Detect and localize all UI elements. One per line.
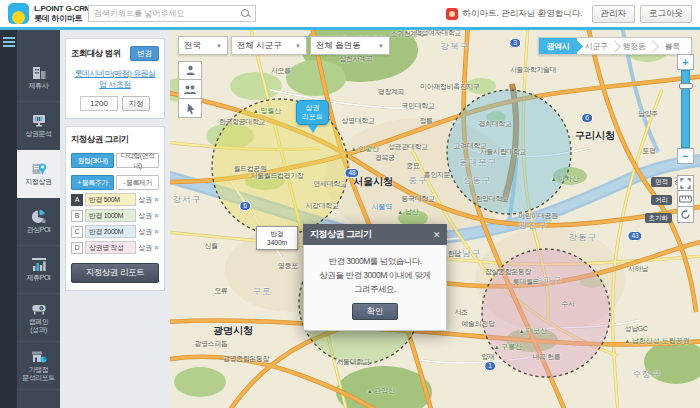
pin-label[interactable]: 상권 리포트 bbox=[296, 100, 329, 125]
zone-row-c: C 반경 2000M 상권 × bbox=[71, 225, 159, 238]
polygon-mode-button[interactable]: 다각형(면적내) bbox=[116, 153, 159, 168]
collapse-rail bbox=[0, 30, 17, 408]
radius-measure-tooltip: 반경 3400m bbox=[256, 226, 298, 250]
map-pin-icon bbox=[31, 161, 47, 176]
distance-tool-button[interactable] bbox=[677, 191, 694, 207]
sidebar-item-label: 가맹점 분석리포트 bbox=[22, 366, 55, 382]
extent-tool-button[interactable] bbox=[677, 175, 694, 191]
top-header: L.POINT G-CRM 롯데 하이마트 하이마트. 관리자님 환영합니다. … bbox=[0, 0, 700, 27]
draw-card-title: 지정상권 그리기 bbox=[71, 134, 129, 146]
map-base-art bbox=[170, 30, 700, 408]
app-logo: L.POINT G-CRM 롯데 하이마트 bbox=[8, 3, 91, 24]
chevron-down-icon: ▼ bbox=[295, 43, 301, 49]
sidebar-item-campaign[interactable]: 캠페인 (성과) bbox=[17, 294, 60, 342]
zoom-slider-handle[interactable] bbox=[679, 83, 693, 89]
zone-key: A bbox=[71, 194, 83, 206]
zone-value-input[interactable]: 반경 2000M bbox=[85, 225, 136, 238]
lpoint-logo-icon bbox=[8, 3, 29, 24]
zone-value-input[interactable]: 반경 1000M bbox=[85, 209, 136, 222]
zoom-in-button[interactable]: + bbox=[677, 54, 694, 70]
zone-value-input[interactable]: 반경 500M bbox=[85, 193, 136, 206]
app-window: L.POINT G-CRM 롯데 하이마트 하이마트. 관리자님 환영합니다. … bbox=[0, 0, 700, 408]
dong-select[interactable]: 전체 읍면동▼ bbox=[310, 36, 390, 55]
region-filters: 전국▼ 전체 시군구▼ 전체 읍면동▼ bbox=[178, 36, 390, 55]
sidebar-item-partner-poi[interactable]: 제휴POI bbox=[17, 246, 60, 294]
zone-value-input[interactable]: 상권명 작성 bbox=[85, 241, 136, 254]
person-icon bbox=[184, 64, 197, 77]
sidebar-item-store-report[interactable]: 가맹점 분석리포트 bbox=[17, 342, 60, 390]
zone-delete-icon[interactable]: × bbox=[154, 244, 159, 252]
search-input[interactable] bbox=[94, 9, 241, 18]
zone-delete-icon[interactable]: × bbox=[154, 228, 159, 236]
people-icon bbox=[183, 83, 197, 96]
group-tool-button[interactable] bbox=[178, 80, 202, 99]
store-link[interactable]: 롯데시네마(매점) 유원실업 서초점 bbox=[71, 68, 159, 90]
zone-key: B bbox=[71, 210, 83, 222]
hamburger-menu-icon[interactable] bbox=[3, 37, 15, 47]
dialog-message: 반경 3000M를 넘었습니다. 상권을 반경 3000M 이내에 맞게 그려주… bbox=[307, 254, 443, 296]
scope-card-title: 조회대상 범위 bbox=[71, 48, 121, 60]
zoom-slider-track[interactable] bbox=[681, 70, 690, 148]
zone-suffix: 상권 bbox=[138, 211, 152, 221]
ruler-icon bbox=[679, 194, 692, 204]
single-person-tool-button[interactable] bbox=[178, 61, 202, 80]
logo-text: L.POINT G-CRM 롯데 하이마트 bbox=[34, 4, 91, 23]
zone-key: C bbox=[71, 226, 83, 238]
sidebar-item-label: 제휴사 bbox=[29, 82, 49, 90]
reset-tool-button[interactable] bbox=[677, 207, 694, 223]
map-zoom-control: + − bbox=[677, 54, 694, 164]
main-sidebar: 제휴사 상권분석 지정상권 관심POI 제휴POI 캠페인 (성과) 가맹점 분… bbox=[17, 30, 60, 408]
confirm-button[interactable]: 확인 bbox=[352, 303, 398, 320]
zone-delete-icon[interactable]: × bbox=[154, 196, 159, 204]
extent-icon bbox=[680, 178, 691, 189]
zone-row-b: B 반경 1000M 상권 × bbox=[71, 209, 159, 222]
zoom-level-breadcrumb: 광역시 시군구 행정동 블록 bbox=[538, 37, 692, 55]
select-tool-button[interactable] bbox=[178, 99, 202, 118]
area-tooltip: 면적 bbox=[651, 177, 672, 187]
global-search[interactable] bbox=[88, 5, 256, 22]
assign-button[interactable]: 지정 bbox=[122, 96, 150, 111]
reset-tooltip: 초기화 bbox=[645, 213, 673, 223]
chevron-down-icon: ▼ bbox=[216, 43, 222, 49]
bar-chart-icon bbox=[31, 257, 47, 272]
zone-key: D bbox=[71, 242, 83, 254]
header-accent-strip bbox=[0, 27, 700, 30]
map-canvas[interactable]: 서울시청구리시청광명시청강북구동대문구성동구중구강남구송파구광진구강동구수정구강… bbox=[170, 30, 700, 408]
logout-button[interactable]: 로그아웃 bbox=[640, 5, 692, 23]
sidebar-item-interest-poi[interactable]: 관심POI bbox=[17, 198, 60, 246]
zone-suffix: 상권 bbox=[138, 195, 152, 205]
warning-dialog: 지정상권 그리기 ✕ 반경 3000M를 넘었습니다. 상권을 반경 3000M… bbox=[303, 224, 447, 331]
header-right: 하이마트. 관리자님 환영합니다. 관리자 로그아웃 bbox=[446, 0, 692, 27]
trade-area-report-pin[interactable]: 상권 리포트 bbox=[296, 100, 329, 133]
pointer-icon bbox=[184, 102, 197, 115]
map-right-toolbar bbox=[677, 175, 694, 223]
himart-badge-icon bbox=[446, 8, 458, 20]
add-block-button[interactable]: + 블록추가 bbox=[71, 175, 114, 190]
province-select[interactable]: 전국▼ bbox=[178, 36, 228, 55]
search-icon[interactable] bbox=[241, 9, 250, 18]
change-button[interactable]: 변경 bbox=[130, 46, 159, 61]
zoom-out-button[interactable]: − bbox=[677, 148, 694, 164]
sidebar-item-label: 관심POI bbox=[27, 226, 51, 234]
close-icon[interactable]: ✕ bbox=[433, 230, 440, 240]
district-select[interactable]: 전체 시군구▼ bbox=[231, 36, 307, 55]
sidebar-item-designated-trade-area[interactable]: 지정상권 bbox=[17, 150, 60, 198]
circle-mode-button[interactable]: 원형(3K내) bbox=[71, 153, 114, 168]
pin-tail bbox=[308, 125, 318, 133]
admin-button[interactable]: 관리자 bbox=[592, 5, 636, 23]
radius-input[interactable] bbox=[80, 96, 118, 111]
crumb-metro[interactable]: 광역시 bbox=[539, 38, 577, 54]
zone-row-d: D 상권명 작성 상권 × bbox=[71, 241, 159, 254]
chevron-down-icon: ▼ bbox=[378, 43, 384, 49]
reset-icon bbox=[680, 209, 691, 220]
pie-chart-icon bbox=[31, 209, 47, 224]
sidebar-item-label: 제휴POI bbox=[27, 274, 51, 282]
sidebar-item-trade-area-analysis[interactable]: 상권분석 bbox=[17, 102, 60, 150]
sidebar-item-label: 캠페인 (성과) bbox=[29, 318, 49, 334]
trade-area-report-button[interactable]: 지정상권 리포트 bbox=[71, 263, 159, 283]
zone-delete-icon[interactable]: × bbox=[154, 212, 159, 220]
sidebar-item-label: 상권분석 bbox=[26, 130, 52, 138]
remove-block-button[interactable]: - 블록제거 bbox=[116, 175, 159, 190]
sidebar-item-partners[interactable]: 제휴사 bbox=[17, 54, 60, 102]
dialog-title: 지정상권 그리기 bbox=[310, 228, 372, 241]
